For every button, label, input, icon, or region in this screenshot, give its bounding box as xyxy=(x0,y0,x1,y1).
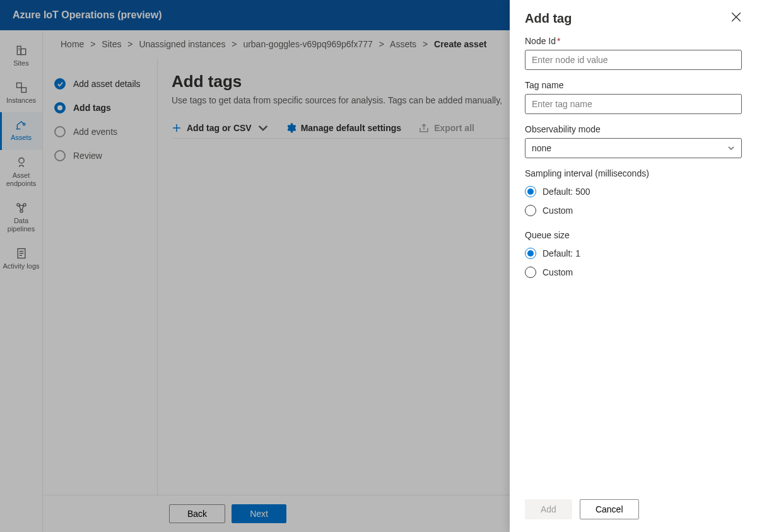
radio-label: Custom xyxy=(543,205,573,216)
node-id-input[interactable] xyxy=(525,50,742,70)
radio-icon xyxy=(525,205,536,216)
chevron-down-icon xyxy=(727,144,735,152)
observability-mode-label: Observability mode xyxy=(525,124,742,134)
select-value: none xyxy=(532,143,551,153)
add-button: Add xyxy=(525,499,572,519)
sampling-default-radio[interactable]: Default: 500 xyxy=(525,182,742,201)
required-indicator: * xyxy=(557,36,560,46)
sampling-interval-label: Sampling interval (milliseconds) xyxy=(525,168,742,178)
sampling-custom-radio[interactable]: Custom xyxy=(525,201,742,220)
tag-name-input[interactable] xyxy=(525,94,742,114)
radio-label: Default: 1 xyxy=(543,248,580,258)
radio-label: Custom xyxy=(543,267,573,277)
node-id-label: Node Id* xyxy=(525,36,742,46)
cancel-button[interactable]: Cancel xyxy=(580,499,639,519)
observability-mode-select[interactable]: none xyxy=(525,138,742,158)
queue-default-radio[interactable]: Default: 1 xyxy=(525,244,742,263)
tag-name-label: Tag name xyxy=(525,80,742,90)
close-icon[interactable] xyxy=(731,11,742,23)
radio-icon xyxy=(525,248,536,259)
panel-title: Add tag xyxy=(525,11,572,26)
queue-custom-radio[interactable]: Custom xyxy=(525,263,742,282)
radio-icon xyxy=(525,186,536,197)
queue-size-label: Queue size xyxy=(525,230,742,240)
add-tag-panel: Add tag Node Id* Tag name Observability … xyxy=(510,0,757,532)
radio-icon xyxy=(525,267,536,278)
radio-label: Default: 500 xyxy=(543,187,590,197)
